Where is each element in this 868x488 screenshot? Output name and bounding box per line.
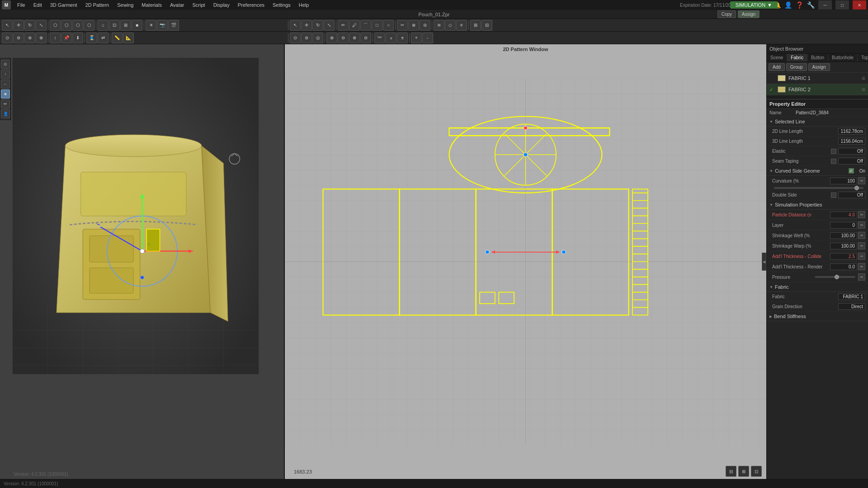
2d-merge[interactable]: ⊕ xyxy=(408,20,419,31)
3d-side-btn-2[interactable]: ↑ xyxy=(1,70,10,79)
user-icon[interactable]: 👤 xyxy=(784,1,792,9)
menu-materials[interactable]: Materials xyxy=(138,1,165,9)
selected-line-header[interactable]: ▼ Selected Line xyxy=(767,117,868,127)
3d-fold[interactable]: ⇌ xyxy=(98,33,108,43)
prop-layer-edit[interactable]: ✏ xyxy=(858,221,865,229)
curved-side-header[interactable]: ▼ Curved Side Geome ✓ On xyxy=(767,166,868,176)
light-tool[interactable]: ☀ xyxy=(146,20,156,31)
fabric-item-1[interactable]: FABRIC 1 ≡ xyxy=(767,73,868,84)
3d-tape[interactable]: 📐 xyxy=(123,33,134,43)
2d-scale[interactable]: ⤡ xyxy=(324,20,335,31)
2d-knife[interactable]: ✂ xyxy=(397,20,408,31)
menu-file[interactable]: File xyxy=(14,1,29,9)
pattern-tool-7[interactable]: ⊘ xyxy=(360,33,371,43)
3d-sewing[interactable]: 🧵 xyxy=(86,33,97,43)
pattern-tool-10[interactable]: ⌆ xyxy=(397,33,408,43)
pattern-tool-5[interactable]: ⊖ xyxy=(338,33,349,43)
2d-snap[interactable]: ⊟ xyxy=(481,20,492,31)
3d-side-btn-4[interactable]: ■ xyxy=(1,89,10,99)
pattern-tool-1[interactable]: ⊙ xyxy=(290,33,301,43)
fabric-1-menu[interactable]: ≡ xyxy=(862,75,865,82)
2d-pleat[interactable]: ≡ xyxy=(456,20,467,31)
view-left[interactable]: ⬡ xyxy=(72,20,83,31)
view-right[interactable]: ⬡ xyxy=(84,20,94,31)
pattern-zoom-in[interactable]: + xyxy=(411,33,422,43)
2d-pen[interactable]: 🖊 xyxy=(349,20,360,31)
assign-fabric-button[interactable]: Assign xyxy=(808,63,830,71)
pattern-tool-3[interactable]: ◎ xyxy=(312,33,323,43)
fabric-2-menu[interactable]: ≡ xyxy=(862,86,865,93)
3d-tool-2[interactable]: ⊚ xyxy=(13,33,24,43)
tab-button[interactable]: Button xyxy=(807,54,828,61)
camera-tool[interactable]: 📷 xyxy=(157,20,168,31)
3d-tool-4[interactable]: ⊗ xyxy=(36,33,47,43)
pattern-zoom-out[interactable]: - xyxy=(422,33,433,43)
prop-curvature-edit[interactable]: ✏ xyxy=(858,177,865,184)
tab-buttonhole[interactable]: Buttonhole xyxy=(828,54,858,61)
simulation-properties-header[interactable]: ▼ Simulation Properties xyxy=(767,200,868,210)
prop-shrinkage-warp-edit[interactable]: ✏ xyxy=(858,242,865,249)
2d-rotate[interactable]: ↻ xyxy=(312,20,323,31)
prop-particle-dist-edit[interactable]: ✏ xyxy=(858,211,865,218)
rotate-tool[interactable]: ↻ xyxy=(24,20,35,31)
view-front[interactable]: ⬡ xyxy=(50,20,61,31)
scale-tool[interactable]: ⤡ xyxy=(36,20,47,31)
menu-2d-pattern[interactable]: 2D Pattern xyxy=(82,1,113,9)
fabric-item-2[interactable]: ✓ FABRIC 2 ≡ xyxy=(767,84,868,95)
3d-tool-3[interactable]: ⊛ xyxy=(24,33,35,43)
menu-edit[interactable]: Edit xyxy=(30,1,46,9)
view-toggle-2[interactable]: ⊞ xyxy=(738,466,749,477)
2d-draw[interactable]: ✏ xyxy=(338,20,349,31)
2d-split[interactable]: ⊖ xyxy=(420,20,430,31)
pattern-tool-4[interactable]: ⊕ xyxy=(326,33,337,43)
3d-pin[interactable]: 📌 xyxy=(61,33,72,43)
copy-button[interactable]: Copy xyxy=(717,10,736,18)
2d-rect[interactable]: □ xyxy=(372,20,382,31)
group-fabric-button[interactable]: Group xyxy=(786,63,807,71)
3d-side-btn-5[interactable]: ✏ xyxy=(1,99,10,108)
pattern-tool-2[interactable]: ⊚ xyxy=(301,33,312,43)
add-fabric-button[interactable]: Add xyxy=(769,63,785,71)
tab-fabric[interactable]: Fabric xyxy=(787,54,807,61)
2d-dart[interactable]: ◇ xyxy=(445,20,456,31)
2d-select[interactable]: ↖ xyxy=(290,20,301,31)
prop-addl-thick-render-edit[interactable]: ✏ xyxy=(858,263,865,270)
view-toggle-3[interactable]: ⊡ xyxy=(751,466,762,477)
reset-view[interactable]: ⌂ xyxy=(98,20,108,31)
menu-display[interactable]: Display xyxy=(210,1,233,9)
simulation-button[interactable]: SIMULATION ▼ xyxy=(730,1,778,9)
bend-stiffness-header[interactable]: ▶ Bend Stiffness xyxy=(767,312,868,321)
2d-grid[interactable]: ⊞ xyxy=(470,20,481,31)
pattern-tool-8[interactable]: ⌤ xyxy=(374,33,385,43)
prop-pressure-edit[interactable]: ✏ xyxy=(858,273,865,281)
viewport-3d[interactable]: ⊙ ↑ ← ■ ✏ 👤 xyxy=(0,44,285,479)
maximize-button[interactable]: □ xyxy=(835,0,849,9)
select-tool[interactable]: ↖ xyxy=(2,20,13,31)
right-panel-collapse[interactable]: ◀ xyxy=(762,253,766,271)
3d-side-btn-6[interactable]: 👤 xyxy=(1,109,10,118)
view-back[interactable]: ⬡ xyxy=(61,20,72,31)
prop-elastic-checkbox[interactable] xyxy=(831,149,836,154)
3d-side-btn-1[interactable]: ⊙ xyxy=(1,60,10,69)
move-tool[interactable]: ✛ xyxy=(13,20,24,31)
solid[interactable]: ■ xyxy=(132,20,142,31)
3d-move-pattern[interactable]: ↕ xyxy=(50,33,61,43)
fabric-props-header[interactable]: ▼ Fabric xyxy=(767,282,868,292)
viewport-2d[interactable]: 2D Pattern Window xyxy=(285,44,766,479)
assign-button[interactable]: Assign xyxy=(738,10,760,18)
prop-double-side-checkbox[interactable] xyxy=(831,192,836,198)
tab-scene[interactable]: Scene xyxy=(767,54,787,61)
2d-seam[interactable]: ≋ xyxy=(434,20,444,31)
pressure-slider[interactable] xyxy=(815,276,855,278)
3d-tool-1[interactable]: ⊙ xyxy=(2,33,13,43)
menu-avatar[interactable]: Avatar xyxy=(166,1,188,9)
menu-settings[interactable]: Settings xyxy=(269,1,294,9)
menu-sewing[interactable]: Sewing xyxy=(113,1,137,9)
view-toggle-1[interactable]: ⊟ xyxy=(726,466,736,477)
3d-measure[interactable]: 📏 xyxy=(112,33,123,43)
help-icon[interactable]: ❓ xyxy=(796,1,803,9)
prop-seam-taping-checkbox[interactable] xyxy=(831,159,836,164)
curved-side-checkbox[interactable]: ✓ xyxy=(849,168,854,174)
pattern-tool-9[interactable]: ⌅ xyxy=(386,33,396,43)
tools-icon[interactable]: 🔧 xyxy=(807,1,815,9)
